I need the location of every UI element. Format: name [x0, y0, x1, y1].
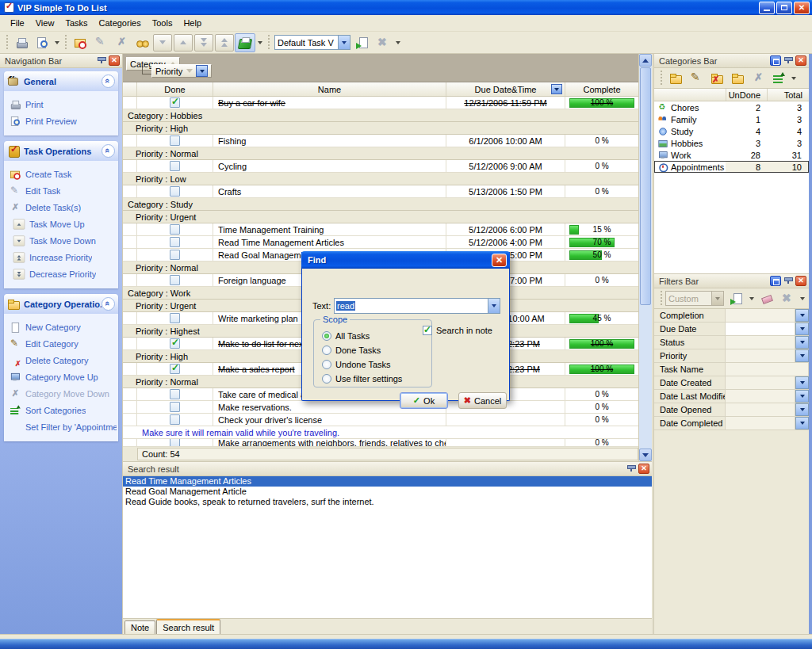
list-item[interactable]: Read Guide books, speak to returned trav…: [123, 497, 652, 507]
nav-section-header[interactable]: General«: [4, 71, 118, 91]
menu-item-view[interactable]: View: [30, 17, 60, 29]
combo-dropdown-button[interactable]: [338, 36, 350, 49]
erase-filter-button[interactable]: [756, 289, 777, 308]
increase-priority-button[interactable]: [215, 34, 234, 52]
delete-category-button[interactable]: [707, 69, 727, 88]
close-icon[interactable]: ✕: [795, 276, 806, 286]
combo-dropdown-button[interactable]: [488, 299, 500, 313]
total-header[interactable]: Total: [768, 89, 809, 101]
find-button[interactable]: [132, 33, 152, 52]
filter-value[interactable]: [726, 309, 795, 322]
find-text-combo[interactable]: read: [334, 298, 500, 314]
filter-dropdown-button[interactable]: [795, 376, 809, 389]
column-done[interactable]: Done: [137, 82, 213, 96]
category-row-work[interactable]: Work2831: [654, 149, 809, 161]
task-checkbox[interactable]: [170, 338, 180, 349]
task-move-down-button[interactable]: [153, 34, 172, 52]
vertical-scrollbar[interactable]: [638, 54, 652, 461]
filter-dropdown-button[interactable]: [795, 309, 809, 322]
list-item[interactable]: Read Time Management Articles: [123, 476, 652, 487]
scope-option-done-tasks[interactable]: Done Tasks: [322, 345, 381, 355]
apply-filter-button[interactable]: [726, 289, 747, 308]
task-checkbox[interactable]: [170, 186, 180, 197]
edit-category-button[interactable]: [686, 69, 707, 88]
close-icon[interactable]: ✕: [638, 464, 649, 474]
filter-dropdown-button[interactable]: [795, 323, 809, 335]
task-checkbox[interactable]: [170, 224, 180, 235]
restore-button[interactable]: [776, 2, 792, 14]
task-checkbox[interactable]: [170, 161, 180, 171]
create-task-button[interactable]: [70, 33, 90, 52]
task-checkbox[interactable]: [170, 250, 180, 260]
category-row-study[interactable]: Study44: [654, 125, 809, 137]
menu-item-tasks[interactable]: Tasks: [59, 17, 93, 29]
filter-value[interactable]: [726, 390, 795, 403]
category-row-appointments[interactable]: Appointments810: [654, 161, 809, 173]
decrease-priority-button[interactable]: [194, 34, 213, 52]
apply-filter-caret[interactable]: [749, 297, 754, 300]
category-move-down-button[interactable]: [748, 69, 768, 88]
search-in-note-checkbox[interactable]: [423, 326, 432, 335]
pin-icon[interactable]: [783, 55, 794, 66]
combo-dropdown-button[interactable]: [711, 292, 723, 305]
sidebar-item-sort-categories[interactable]: Sort Categories: [9, 402, 117, 418]
radio-button[interactable]: [322, 360, 331, 369]
priority-group-row[interactable]: Priority : Normal: [123, 147, 638, 160]
sidebar-item-edit-task[interactable]: Edit Task: [9, 182, 117, 199]
list-item[interactable]: Read Goal Management Article: [123, 487, 652, 497]
sidebar-item-increase-priority[interactable]: Increase Priority: [9, 249, 117, 265]
print-button[interactable]: [11, 33, 32, 52]
category-group-row[interactable]: Category : Study: [123, 198, 638, 211]
new-category-button[interactable]: [665, 69, 686, 88]
priority-group-row[interactable]: Priority : High: [123, 122, 638, 135]
collapse-chevron-icon[interactable]: «: [102, 144, 115, 158]
task-checkbox[interactable]: [170, 237, 180, 247]
menu-item-file[interactable]: File: [5, 17, 30, 29]
menu-item-help[interactable]: Help: [178, 17, 207, 29]
find-dialog-close-button[interactable]: ✕: [492, 254, 507, 267]
sort-categories-button[interactable]: [768, 69, 789, 88]
delete-task-button[interactable]: [111, 33, 132, 52]
task-checkbox[interactable]: [170, 439, 180, 447]
filters-options-caret[interactable]: [800, 297, 805, 300]
tab-search-result[interactable]: Search result: [156, 619, 220, 634]
table-row[interactable]: Fishing6/1/2006 10:00 AM0 %: [123, 135, 638, 147]
scroll-thumb[interactable]: [640, 67, 651, 305]
clear-filter-button[interactable]: [373, 33, 393, 52]
search-in-note-option[interactable]: Search in note: [423, 326, 492, 335]
filter-value[interactable]: [726, 349, 795, 362]
sidebar-item-new-category[interactable]: New Category: [9, 319, 117, 335]
pin-icon[interactable]: [626, 464, 637, 474]
apply-filter-button[interactable]: [352, 33, 373, 52]
toolbar-options-caret[interactable]: [396, 41, 400, 44]
sidebar-item-delete-task-s-[interactable]: Delete Task(s): [9, 199, 117, 216]
print-preview-button[interactable]: [32, 33, 52, 52]
menu-item-categories[interactable]: Categories: [94, 17, 147, 29]
table-row[interactable]: Time Management Training5/12/2006 6:00 P…: [123, 223, 638, 236]
table-row[interactable]: Make reservations.0 %: [123, 401, 638, 414]
category-row-chores[interactable]: Chores23: [654, 101, 809, 113]
filter-value[interactable]: [726, 417, 795, 429]
radio-button[interactable]: [322, 345, 331, 355]
filter-value[interactable]: [726, 323, 795, 335]
restore-panel-icon[interactable]: [770, 276, 781, 286]
table-row[interactable]: Cycling5/12/2006 9:00 AM0 %: [123, 160, 638, 173]
filter-value[interactable]: [726, 403, 795, 416]
sidebar-item-create-task[interactable]: Create Task: [9, 166, 117, 182]
radio-button[interactable]: [322, 331, 331, 341]
filter-dropdown-button[interactable]: [795, 417, 809, 429]
filter-dropdown-button[interactable]: [795, 336, 809, 349]
close-icon[interactable]: ✕: [795, 55, 806, 66]
find-dialog-titlebar[interactable]: Find ✕: [301, 251, 510, 269]
filter-dropdown-button[interactable]: [795, 390, 809, 403]
sidebar-item-category-move-up[interactable]: Category Move Up: [9, 368, 117, 385]
task-checkbox[interactable]: [170, 275, 180, 285]
category-name-header[interactable]: [654, 89, 726, 101]
task-checkbox[interactable]: [170, 313, 180, 323]
priority-group-row[interactable]: Priority : Urgent: [123, 211, 638, 223]
categories-options-caret[interactable]: [791, 77, 796, 80]
scope-option-all-tasks[interactable]: All Tasks: [322, 331, 370, 341]
category-move-up-button[interactable]: [727, 69, 748, 88]
column-due-date[interactable]: Due Date&Time: [446, 82, 565, 96]
pin-icon[interactable]: [96, 55, 107, 66]
